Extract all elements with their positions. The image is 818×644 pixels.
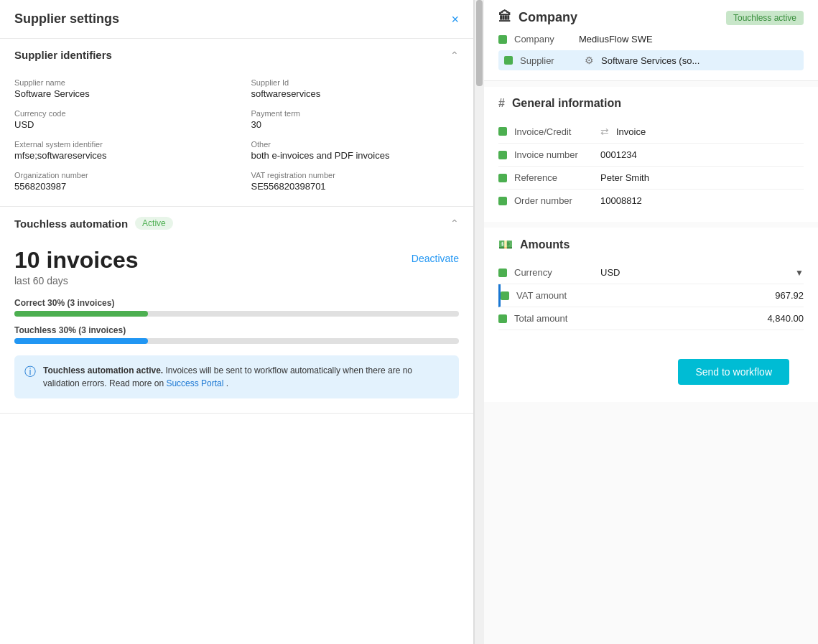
supplier-identifiers-content: Supplier name Software Services Supplier… bbox=[0, 71, 473, 206]
vat-amount-value: 967.92 bbox=[603, 290, 804, 301]
touchless-label: Touchless 30% (3 invoices) bbox=[14, 325, 459, 335]
field-external-system: External system identifier mfse;software… bbox=[14, 140, 223, 161]
general-info-section: # General information Invoice/Credit ⇄ I… bbox=[484, 87, 818, 222]
field-supplier-id: Supplier Id softwareservices bbox=[251, 78, 460, 99]
supplier-input[interactable] bbox=[601, 55, 798, 66]
field-value: both e-invoices and PDF invoices bbox=[251, 150, 460, 161]
correct-text: Correct bbox=[14, 298, 45, 308]
close-button[interactable]: × bbox=[451, 13, 459, 26]
currency-dropdown[interactable]: USD ▼ bbox=[600, 267, 804, 278]
collapse-icon: ⌃ bbox=[450, 218, 459, 229]
info-period: . bbox=[226, 378, 228, 388]
info-bold: Touchless automation active. bbox=[43, 365, 163, 375]
row-dot bbox=[498, 197, 507, 205]
general-info-title: # General information bbox=[498, 97, 804, 110]
field-supplier-name: Supplier name Software Services bbox=[14, 78, 223, 99]
touchless-title: Touchless automation bbox=[14, 218, 128, 230]
company-label: Company bbox=[514, 34, 572, 45]
field-label: External system identifier bbox=[14, 140, 223, 149]
total-amount-value: 4,840.00 bbox=[600, 313, 804, 324]
scrollbar[interactable] bbox=[474, 0, 484, 644]
supplier-identifiers-header[interactable]: Supplier identifiers ⌃ bbox=[0, 39, 473, 71]
invoice-number-value: 0001234 bbox=[600, 149, 804, 160]
amounts-icon: 💵 bbox=[498, 238, 513, 251]
vat-amount-label: VAT amount bbox=[516, 290, 603, 301]
invoice-credit-value: Invoice bbox=[616, 126, 804, 137]
total-amount-row: Total amount 4,840.00 bbox=[498, 307, 804, 330]
field-value: softwareservices bbox=[251, 88, 460, 99]
field-label: Other bbox=[251, 140, 460, 149]
invoices-info: 10 invoices last 60 days bbox=[14, 247, 139, 298]
correct-bar-bg bbox=[14, 311, 459, 317]
company-section: 🏛 Company Touchless active Company Mediu… bbox=[484, 0, 818, 81]
field-vat-reg: VAT registration number SE556820398701 bbox=[251, 171, 460, 192]
order-number-label: Order number bbox=[514, 195, 600, 206]
field-label: Currency code bbox=[14, 109, 223, 118]
supplier-identifiers-title: Supplier identifiers bbox=[14, 49, 112, 61]
field-org-number: Organization number 5568203987 bbox=[14, 171, 223, 192]
row-dot bbox=[498, 151, 507, 159]
send-to-workflow-button[interactable]: Send to workflow bbox=[678, 359, 789, 385]
amounts-section: 💵 Amounts Currency USD ▼ VAT amount 967.… bbox=[484, 228, 818, 402]
touchless-header[interactable]: Touchless automation Active ⌃ bbox=[0, 207, 473, 240]
reference-label: Reference bbox=[514, 172, 600, 183]
gear-icon[interactable]: ⚙ bbox=[585, 55, 594, 66]
field-value: Software Services bbox=[14, 88, 223, 99]
invoices-row: 10 invoices last 60 days Deactivate bbox=[14, 247, 459, 298]
currency-label: Currency bbox=[514, 267, 600, 278]
touchless-progress: Touchless 30% (3 invoices) bbox=[14, 325, 459, 344]
field-currency-code: Currency code USD bbox=[14, 109, 223, 130]
company-title-text: Company bbox=[519, 10, 577, 25]
correct-pct: 30% bbox=[47, 298, 65, 308]
field-label: Organization number bbox=[14, 171, 223, 179]
correct-progress: Correct 30% (3 invoices) bbox=[14, 298, 459, 317]
invoices-period: last 60 days bbox=[14, 275, 139, 286]
supplier-label: Supplier bbox=[520, 55, 577, 66]
company-value: MediusFlow SWE bbox=[579, 34, 653, 45]
panel-header: Supplier settings × bbox=[0, 0, 473, 39]
left-panel: Supplier settings × Supplier identifiers… bbox=[0, 0, 474, 644]
field-label: Supplier name bbox=[14, 78, 223, 87]
currency-value: USD bbox=[600, 267, 795, 278]
deactivate-button[interactable]: Deactivate bbox=[412, 253, 459, 264]
field-label: Payment term bbox=[251, 109, 460, 118]
invoice-number-label: Invoice number bbox=[514, 149, 600, 160]
success-portal-link[interactable]: Success Portal bbox=[166, 378, 223, 388]
info-box: ⓘ Touchless automation active. Invoices … bbox=[14, 355, 459, 398]
general-info-text: General information bbox=[512, 97, 621, 110]
touchless-bar-fill bbox=[14, 338, 148, 344]
company-dot bbox=[498, 35, 507, 44]
row-dot bbox=[498, 314, 507, 323]
touchless-pct: 30% bbox=[59, 325, 76, 335]
order-number-row: Order number 10008812 bbox=[498, 190, 804, 212]
touchless-body: 10 invoices last 60 days Deactivate Corr… bbox=[0, 240, 473, 413]
supplier-dot bbox=[504, 56, 513, 65]
dropdown-arrow-icon: ▼ bbox=[795, 268, 804, 278]
field-value: mfse;softwareservices bbox=[14, 150, 223, 161]
vat-amount-row: VAT amount 967.92 bbox=[498, 284, 804, 307]
order-number-value: 10008812 bbox=[600, 195, 804, 206]
invoice-credit-label: Invoice/Credit bbox=[514, 126, 600, 137]
field-value: 5568203987 bbox=[14, 181, 223, 192]
company-row: Company MediusFlow SWE bbox=[498, 34, 804, 45]
building-icon: 🏛 bbox=[498, 10, 511, 25]
correct-bar-fill bbox=[14, 311, 148, 317]
touchless-invoices: (3 invoices) bbox=[78, 325, 126, 335]
touchless-text: Touchless bbox=[14, 325, 56, 335]
touchless-title-row: Touchless automation Active bbox=[14, 217, 173, 230]
supplier-identifiers-section: Supplier identifiers ⌃ Supplier name Sof… bbox=[0, 39, 473, 207]
collapse-icon: ⌃ bbox=[450, 50, 459, 61]
info-text: Touchless automation active. Invoices wi… bbox=[43, 364, 449, 390]
supplier-row: Supplier ⚙ bbox=[498, 50, 804, 70]
amounts-text: Amounts bbox=[520, 238, 570, 251]
invoice-number-row: Invoice number 0001234 bbox=[498, 144, 804, 167]
row-dot bbox=[501, 291, 509, 300]
info-icon: ⓘ bbox=[24, 365, 36, 380]
active-badge: Active bbox=[135, 217, 173, 230]
currency-row: Currency USD ▼ bbox=[498, 261, 804, 284]
field-label: Supplier Id bbox=[251, 78, 460, 87]
touchless-bar-bg bbox=[14, 338, 459, 344]
touchless-automation-section: Touchless automation Active ⌃ 10 invoice… bbox=[0, 207, 473, 414]
reference-row: Reference Peter Smith bbox=[498, 167, 804, 190]
transfer-icon: ⇄ bbox=[600, 126, 609, 137]
